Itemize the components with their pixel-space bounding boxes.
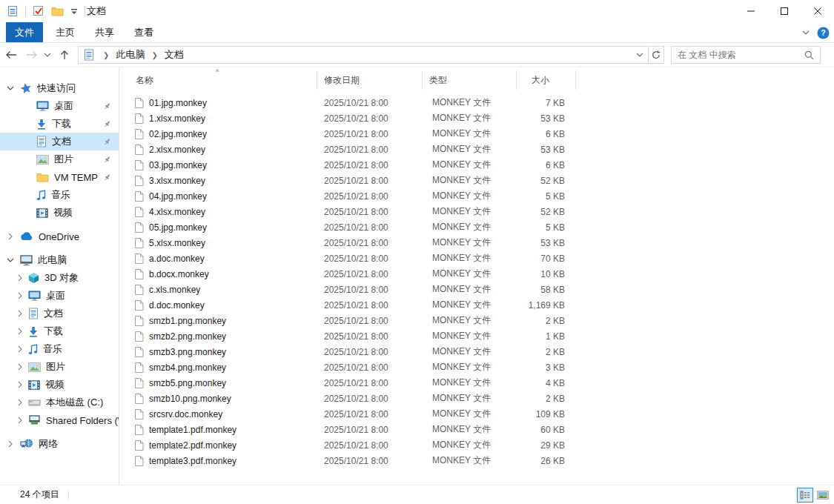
recent-locations-button[interactable] bbox=[42, 44, 53, 65]
sidebar-item-Shared Folders (\\[interactable]: Shared Folders (\\ bbox=[0, 411, 119, 429]
ribbon-collapse-chevron-icon[interactable] bbox=[802, 30, 810, 35]
file-row[interactable]: smzb5.png.monkey2025/10/21 8:00MONKEY 文件… bbox=[119, 375, 834, 391]
sidebar-item-音乐[interactable]: 音乐 bbox=[0, 186, 119, 204]
address-bar[interactable]: ❯ 此电脑 ❯ 文档 bbox=[78, 46, 649, 64]
sidebar-item-图片[interactable]: 图片 bbox=[0, 150, 119, 168]
file-name-cell[interactable]: smzb1.png.monkey bbox=[119, 313, 317, 328]
chevron-right-icon[interactable] bbox=[6, 232, 15, 241]
search-input[interactable] bbox=[672, 50, 804, 60]
chevron-right-icon[interactable] bbox=[16, 291, 24, 300]
chevron-right-icon[interactable] bbox=[16, 345, 24, 354]
sidebar-item-文档[interactable]: 文档 bbox=[0, 133, 119, 150]
sidebar-item-本地磁盘 (C:)[interactable]: 本地磁盘 (C:) bbox=[0, 394, 119, 411]
file-name-cell[interactable]: 3.xlsx.monkey bbox=[119, 173, 317, 188]
file-name-cell[interactable]: template2.pdf.monkey bbox=[119, 437, 317, 453]
file-name-cell[interactable]: 2.xlsx.monkey bbox=[119, 142, 317, 157]
file-row[interactable]: b.docx.monkey2025/10/21 8:00MONKEY 文件10 … bbox=[119, 266, 834, 282]
sidebar-item-视频[interactable]: 视频 bbox=[0, 376, 119, 394]
sidebar-item-桌面[interactable]: 桌面 bbox=[0, 97, 119, 115]
folder-icon[interactable] bbox=[51, 6, 64, 16]
file-name-cell[interactable]: template1.pdf.monkey bbox=[119, 422, 317, 437]
sidebar-item-图片[interactable]: 图片 bbox=[0, 358, 119, 376]
sidebar-item-此电脑[interactable]: 此电脑 bbox=[0, 251, 119, 269]
column-header-类型[interactable]: 类型 bbox=[423, 70, 517, 90]
file-row[interactable]: smzb4.png.monkey2025/10/21 8:00MONKEY 文件… bbox=[119, 359, 834, 375]
chevron-right-icon[interactable] bbox=[6, 440, 15, 448]
up-button[interactable] bbox=[53, 44, 76, 65]
sidebar-item-桌面[interactable]: 桌面 bbox=[0, 287, 119, 305]
ribbon-tab-查看[interactable]: 查看 bbox=[127, 22, 161, 42]
file-row[interactable]: 02.jpg.monkey2025/10/21 8:00MONKEY 文件6 K… bbox=[119, 126, 834, 142]
file-name-cell[interactable]: 5.xlsx.monkey bbox=[119, 235, 317, 251]
file-name-cell[interactable]: c.xls.monkey bbox=[119, 282, 317, 297]
file-name-cell[interactable]: d.doc.monkey bbox=[119, 297, 317, 313]
sidebar-item-文档[interactable]: 文档 bbox=[0, 305, 119, 322]
back-button[interactable] bbox=[0, 44, 22, 65]
file-row[interactable]: 1.xlsx.monkey2025/10/21 8:00MONKEY 文件53 … bbox=[119, 110, 834, 126]
chevron-right-icon[interactable] bbox=[16, 273, 24, 282]
qat-dropdown-icon[interactable] bbox=[70, 8, 78, 15]
file-name-cell[interactable]: b.docx.monkey bbox=[119, 266, 317, 282]
file-name-cell[interactable]: smzb2.png.monkey bbox=[119, 328, 317, 344]
file-row[interactable]: 5.xlsx.monkey2025/10/21 8:00MONKEY 文件53 … bbox=[119, 235, 834, 251]
sidebar-item-3D 对象[interactable]: 3D 对象 bbox=[0, 269, 119, 287]
file-name-cell[interactable]: 01.jpg.monkey bbox=[119, 95, 317, 110]
minimize-button[interactable] bbox=[734, 0, 767, 22]
chevron-down-icon[interactable] bbox=[6, 256, 15, 265]
chevron-right-icon[interactable] bbox=[16, 416, 24, 425]
file-row[interactable]: 3.xlsx.monkey2025/10/21 8:00MONKEY 文件52 … bbox=[119, 173, 834, 188]
sidebar-item-OneDrive[interactable]: OneDrive bbox=[0, 228, 119, 245]
file-row[interactable]: c.xls.monkey2025/10/21 8:00MONKEY 文件58 K… bbox=[119, 282, 834, 297]
ribbon-tab-文件[interactable]: 文件 bbox=[6, 22, 43, 42]
breadcrumb-this-pc[interactable]: 此电脑 bbox=[114, 48, 146, 62]
sidebar-item-下载[interactable]: 下载 bbox=[0, 115, 119, 133]
file-row[interactable]: 03.jpg.monkey2025/10/21 8:00MONKEY 文件6 K… bbox=[119, 157, 834, 173]
file-name-cell[interactable]: smzb5.png.monkey bbox=[119, 375, 317, 391]
maximize-button[interactable] bbox=[767, 0, 801, 22]
file-row[interactable]: template1.pdf.monkey2025/10/21 8:00MONKE… bbox=[119, 422, 834, 437]
file-row[interactable]: d.doc.monkey2025/10/21 8:00MONKEY 文件1,16… bbox=[119, 297, 834, 313]
help-icon[interactable]: ? bbox=[817, 27, 830, 39]
file-name-cell[interactable]: 05.jpg.monkey bbox=[119, 219, 317, 235]
sidebar-item-VM TEMP[interactable]: VM TEMP bbox=[0, 168, 119, 186]
column-header-大小[interactable]: 大小 bbox=[517, 70, 576, 90]
file-name-cell[interactable]: 04.jpg.monkey bbox=[119, 188, 317, 204]
file-row[interactable]: template2.pdf.monkey2025/10/21 8:00MONKE… bbox=[119, 437, 834, 453]
file-row[interactable]: 04.jpg.monkey2025/10/21 8:00MONKEY 文件5 K… bbox=[119, 188, 834, 204]
refresh-button[interactable] bbox=[649, 46, 664, 64]
file-row[interactable]: 05.jpg.monkey2025/10/21 8:00MONKEY 文件5 K… bbox=[119, 219, 834, 235]
sidebar-item-网络[interactable]: 网络 bbox=[0, 435, 119, 453]
details-view-button[interactable] bbox=[797, 488, 813, 503]
sidebar-item-下载[interactable]: 下载 bbox=[0, 322, 119, 340]
file-name-cell[interactable]: 1.xlsx.monkey bbox=[119, 110, 317, 126]
file-row[interactable]: smzb1.png.monkey2025/10/21 8:00MONKEY 文件… bbox=[119, 313, 834, 328]
column-header-修改日期[interactable]: 修改日期 bbox=[317, 70, 423, 90]
chevron-right-icon[interactable] bbox=[16, 362, 24, 371]
chevron-down-icon[interactable] bbox=[6, 84, 15, 93]
chevron-right-icon[interactable] bbox=[16, 380, 24, 389]
file-name-cell[interactable]: a.doc.monkey bbox=[119, 251, 317, 266]
search-box[interactable] bbox=[671, 46, 821, 64]
file-name-cell[interactable]: template3.pdf.monkey bbox=[119, 453, 317, 468]
file-row[interactable]: template3.pdf.monkey2025/10/21 8:00MONKE… bbox=[119, 453, 834, 468]
ribbon-tab-共享[interactable]: 共享 bbox=[87, 22, 122, 42]
file-name-cell[interactable]: 02.jpg.monkey bbox=[119, 126, 317, 142]
checkbox-icon[interactable] bbox=[33, 5, 44, 17]
file-name-cell[interactable]: smzb4.png.monkey bbox=[119, 359, 317, 375]
address-dropdown-button[interactable] bbox=[632, 47, 648, 63]
file-name-cell[interactable]: smzb10.png.monkey bbox=[119, 391, 317, 406]
file-name-cell[interactable]: 4.xlsx.monkey bbox=[119, 204, 317, 219]
file-row[interactable]: 4.xlsx.monkey2025/10/21 8:00MONKEY 文件52 … bbox=[119, 204, 834, 219]
file-row[interactable]: smzb2.png.monkey2025/10/21 8:00MONKEY 文件… bbox=[119, 328, 834, 344]
chevron-right-icon[interactable] bbox=[16, 398, 24, 407]
sidebar-item-快速访问[interactable]: 快速访问 bbox=[0, 79, 119, 97]
file-name-cell[interactable]: srcsrv.doc.monkey bbox=[119, 406, 317, 422]
close-button[interactable] bbox=[801, 0, 834, 22]
file-row[interactable]: 2.xlsx.monkey2025/10/21 8:00MONKEY 文件53 … bbox=[119, 142, 834, 157]
sidebar-item-视频[interactable]: 视频 bbox=[0, 204, 119, 222]
file-row[interactable]: smzb3.png.monkey2025/10/21 8:00MONKEY 文件… bbox=[119, 344, 834, 359]
forward-button[interactable] bbox=[22, 44, 42, 65]
file-row[interactable]: 01.jpg.monkey2025/10/21 8:00MONKEY 文件7 K… bbox=[119, 95, 834, 110]
chevron-right-icon[interactable] bbox=[16, 327, 24, 336]
file-row[interactable]: a.doc.monkey2025/10/21 8:00MONKEY 文件70 K… bbox=[119, 251, 834, 266]
